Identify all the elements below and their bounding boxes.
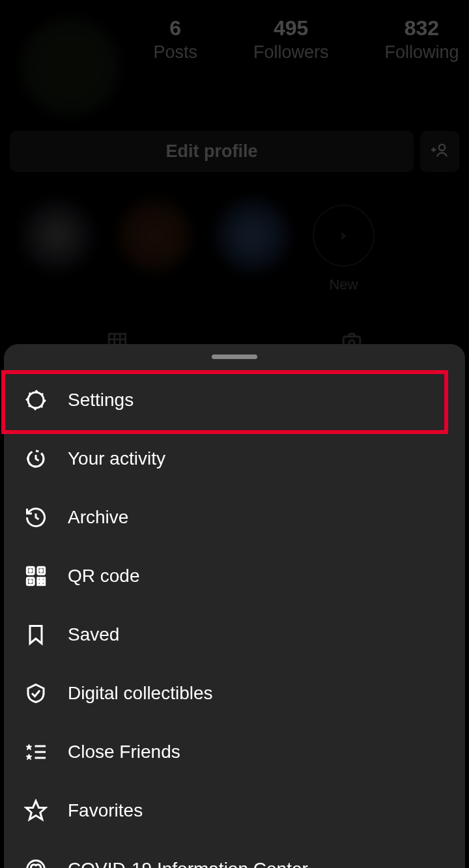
- menu-item-saved[interactable]: Saved: [4, 605, 465, 664]
- menu-label: Archive: [68, 507, 128, 528]
- star-icon: [23, 798, 48, 823]
- add-highlight-icon: [313, 205, 375, 267]
- menu-item-favorites[interactable]: Favorites: [4, 781, 465, 840]
- menu-item-archive[interactable]: Archive: [4, 488, 465, 547]
- edit-profile-row: Edit profile: [0, 131, 469, 172]
- posts-label: Posts: [153, 42, 197, 63]
- highlight-cover: [117, 198, 192, 273]
- svg-rect-21: [42, 578, 45, 581]
- menu-label: COVID-19 Information Center: [68, 859, 308, 868]
- qr-icon: [23, 564, 48, 588]
- posts-stat[interactable]: 6 Posts: [153, 16, 197, 63]
- followers-label: Followers: [253, 42, 329, 63]
- gear-icon: [23, 388, 48, 412]
- highlight-cover: [20, 198, 94, 273]
- svg-marker-28: [26, 801, 46, 820]
- followers-count: 495: [274, 16, 308, 40]
- shield-check-icon: [23, 681, 48, 706]
- menu-label: QR code: [68, 566, 140, 586]
- svg-rect-22: [38, 582, 41, 585]
- svg-point-17: [40, 570, 42, 571]
- menu-label: Close Friends: [68, 742, 180, 762]
- discover-people-button[interactable]: [420, 131, 459, 172]
- highlight-cover: [215, 198, 290, 273]
- menu-label: Settings: [68, 390, 134, 411]
- menu-label: Saved: [68, 624, 119, 645]
- following-stat[interactable]: 832 Following: [384, 16, 459, 63]
- add-person-icon: [431, 141, 449, 162]
- svg-point-0: [439, 144, 445, 150]
- svg-rect-20: [42, 582, 45, 585]
- highlight-item[interactable]: [117, 198, 192, 293]
- bookmark-icon: [23, 622, 48, 647]
- sheet-handle[interactable]: [212, 354, 257, 359]
- clock-activity-icon: [23, 446, 48, 471]
- highlights-tray: New: [0, 172, 469, 293]
- svg-marker-3: [341, 231, 346, 240]
- menu-item-your-activity[interactable]: Your activity: [4, 429, 465, 488]
- menu-item-covid-info[interactable]: COVID-19 Information Center: [4, 840, 465, 868]
- following-count: 832: [405, 16, 439, 40]
- followers-stat[interactable]: 495 Followers: [253, 16, 329, 63]
- menu-item-qr-code[interactable]: QR code: [4, 547, 465, 605]
- svg-point-18: [29, 581, 31, 583]
- menu-label: Your activity: [68, 448, 165, 469]
- svg-rect-19: [38, 578, 41, 581]
- highlight-new[interactable]: New: [313, 198, 375, 293]
- archive-icon: [23, 505, 48, 530]
- svg-marker-26: [26, 754, 32, 760]
- avatar: [20, 16, 121, 117]
- heart-badge-icon: [23, 857, 48, 868]
- highlight-item[interactable]: [215, 198, 290, 293]
- menu-item-digital-collectibles[interactable]: Digital collectibles: [4, 664, 465, 723]
- options-bottom-sheet: Settings Your activity Archive: [4, 344, 465, 868]
- menu-item-settings[interactable]: Settings: [4, 371, 465, 429]
- highlight-new-label: New: [329, 276, 358, 293]
- edit-profile-button[interactable]: Edit profile: [10, 131, 414, 172]
- menu-label: Digital collectibles: [68, 683, 213, 704]
- svg-marker-23: [26, 744, 32, 750]
- menu-label: Favorites: [68, 800, 143, 821]
- posts-count: 6: [169, 16, 181, 40]
- star-list-icon: [23, 740, 48, 764]
- highlight-item[interactable]: [20, 198, 94, 293]
- menu-item-close-friends[interactable]: Close Friends: [4, 723, 465, 781]
- following-label: Following: [384, 42, 459, 63]
- svg-point-16: [29, 570, 31, 571]
